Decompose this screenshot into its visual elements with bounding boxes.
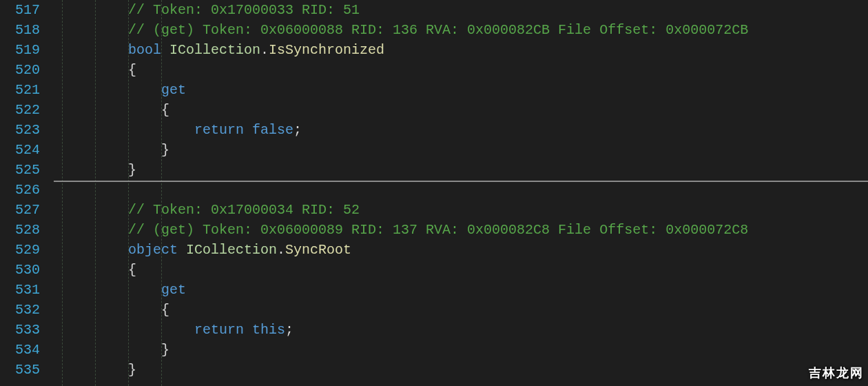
line-number-gutter: 5175185195205215225235245255265275285295… bbox=[0, 0, 54, 386]
token-keyword: return bbox=[194, 122, 244, 138]
line-number: 522 bbox=[0, 100, 40, 120]
section-divider bbox=[54, 181, 868, 182]
code-line[interactable]: } bbox=[62, 360, 868, 380]
token-text bbox=[244, 322, 252, 338]
line-number: 530 bbox=[0, 260, 40, 280]
token-comment: // Token: 0x17000034 RID: 52 bbox=[128, 202, 360, 218]
token-punct: { bbox=[161, 302, 169, 318]
token-member: SyncRoot bbox=[285, 242, 351, 258]
line-number: 527 bbox=[0, 200, 40, 220]
indent bbox=[62, 122, 194, 138]
watermark-text: 吉林龙网 bbox=[809, 363, 864, 383]
line-number: 517 bbox=[0, 0, 40, 20]
line-number: 524 bbox=[0, 140, 40, 160]
indent bbox=[62, 282, 161, 298]
line-number: 520 bbox=[0, 60, 40, 80]
code-line[interactable]: object ICollection.SyncRoot bbox=[62, 240, 868, 260]
line-number: 523 bbox=[0, 120, 40, 140]
code-line[interactable]: get bbox=[62, 80, 868, 100]
indent bbox=[62, 302, 161, 318]
line-number: 518 bbox=[0, 20, 40, 40]
line-number: 529 bbox=[0, 240, 40, 260]
token-keyword: get bbox=[161, 282, 186, 298]
code-line[interactable]: { bbox=[62, 260, 868, 280]
token-keyword: get bbox=[161, 82, 186, 98]
indent bbox=[62, 242, 128, 258]
token-punct: ; bbox=[293, 122, 302, 138]
token-comment: // (get) Token: 0x06000088 RID: 136 RVA:… bbox=[128, 22, 748, 38]
token-punct: } bbox=[128, 162, 136, 178]
indent bbox=[62, 102, 161, 118]
token-punct: } bbox=[161, 342, 169, 358]
code-line[interactable]: // Token: 0x17000033 RID: 51 bbox=[62, 0, 868, 20]
line-number: 531 bbox=[0, 280, 40, 300]
code-line[interactable]: { bbox=[62, 100, 868, 120]
token-text bbox=[244, 122, 252, 138]
code-line[interactable]: get bbox=[62, 280, 868, 300]
code-line[interactable]: { bbox=[62, 300, 868, 320]
token-comment: // (get) Token: 0x06000089 RID: 137 RVA:… bbox=[128, 222, 748, 238]
indent bbox=[62, 322, 194, 338]
indent bbox=[62, 2, 128, 18]
token-comment: // Token: 0x17000033 RID: 51 bbox=[128, 2, 360, 18]
indent bbox=[62, 22, 128, 38]
token-keyword: false bbox=[252, 122, 293, 138]
indent bbox=[62, 62, 128, 78]
token-keyword: this bbox=[252, 322, 285, 338]
code-editor[interactable]: 5175185195205215225235245255265275285295… bbox=[0, 0, 868, 386]
token-text bbox=[161, 42, 169, 58]
token-keyword: bool bbox=[128, 42, 161, 58]
token-punct: { bbox=[161, 102, 169, 118]
line-number: 534 bbox=[0, 340, 40, 360]
code-line[interactable]: } bbox=[62, 140, 868, 160]
code-line[interactable] bbox=[62, 180, 868, 200]
token-member: IsSynchronized bbox=[269, 42, 384, 58]
token-keyword: return bbox=[194, 322, 244, 338]
line-number: 526 bbox=[0, 180, 40, 200]
code-line[interactable]: { bbox=[62, 60, 868, 80]
code-line[interactable]: bool ICollection.IsSynchronized bbox=[62, 40, 868, 60]
indent bbox=[62, 342, 161, 358]
line-number: 525 bbox=[0, 160, 40, 180]
line-number: 533 bbox=[0, 320, 40, 340]
token-punct: } bbox=[128, 362, 136, 378]
token-punct: { bbox=[128, 262, 136, 278]
indent bbox=[62, 162, 128, 178]
token-type: ICollection bbox=[169, 42, 260, 58]
line-number: 519 bbox=[0, 40, 40, 60]
code-line[interactable]: } bbox=[62, 160, 868, 180]
code-line[interactable]: } bbox=[62, 340, 868, 360]
line-number: 532 bbox=[0, 300, 40, 320]
token-punct: } bbox=[161, 142, 169, 158]
token-punct: . bbox=[260, 42, 269, 58]
code-line[interactable]: // (get) Token: 0x06000088 RID: 136 RVA:… bbox=[62, 20, 868, 40]
indent bbox=[62, 262, 128, 278]
code-line[interactable]: // (get) Token: 0x06000089 RID: 137 RVA:… bbox=[62, 220, 868, 240]
token-text bbox=[178, 242, 186, 258]
indent bbox=[62, 142, 161, 158]
indent bbox=[62, 42, 128, 58]
token-type: ICollection bbox=[186, 242, 277, 258]
indent bbox=[62, 82, 161, 98]
line-number: 528 bbox=[0, 220, 40, 240]
token-keyword: object bbox=[128, 242, 178, 258]
token-punct: ; bbox=[285, 322, 293, 338]
token-punct: { bbox=[128, 62, 136, 78]
indent bbox=[62, 362, 128, 378]
code-area[interactable]: // Token: 0x17000033 RID: 51 // (get) To… bbox=[62, 0, 868, 386]
line-number: 535 bbox=[0, 360, 40, 380]
token-punct: . bbox=[277, 242, 285, 258]
code-line[interactable]: // Token: 0x17000034 RID: 52 bbox=[62, 200, 868, 220]
code-line[interactable]: return this; bbox=[62, 320, 868, 340]
code-line[interactable]: return false; bbox=[62, 120, 868, 140]
indent bbox=[62, 222, 128, 238]
line-number: 521 bbox=[0, 80, 40, 100]
indent bbox=[62, 202, 128, 218]
